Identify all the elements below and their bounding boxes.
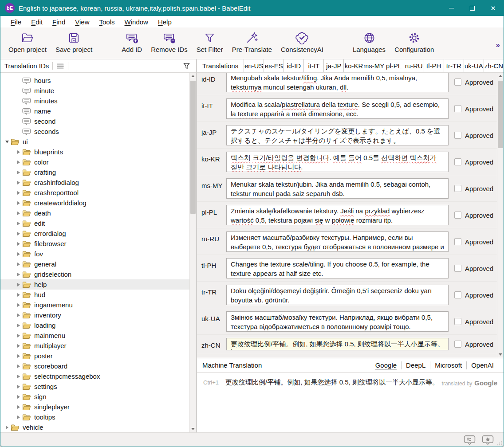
- approved-checkbox[interactable]: [454, 158, 461, 165]
- chevron-right-icon[interactable]: [15, 314, 22, 317]
- chevron-right-icon[interactable]: [15, 395, 22, 399]
- tree-item-crafting[interactable]: crafting: [0, 167, 196, 177]
- chevron-right-icon[interactable]: [15, 201, 22, 205]
- tree-item-seconds[interactable]: seconds: [0, 126, 196, 137]
- provider-google[interactable]: Google: [371, 361, 401, 369]
- set-filter-button[interactable]: Set Filter: [192, 27, 228, 53]
- tree-item-loading[interactable]: loading: [0, 320, 196, 330]
- minimize-button[interactable]: [441, 0, 462, 16]
- tree-filter-button[interactable]: [182, 62, 191, 70]
- maximize-button[interactable]: [462, 0, 483, 16]
- chevron-right-icon[interactable]: [15, 303, 22, 307]
- translation-textbox[interactable]: 텍스처 크기/타일링을 변경합니다. 예를 들어 0.5를 선택하면 텍스처가 …: [226, 152, 449, 172]
- tree-item-hours[interactable]: hours: [0, 75, 196, 86]
- chevron-right-icon[interactable]: [3, 426, 11, 429]
- tab-it-IT[interactable]: it-IT: [303, 59, 323, 72]
- chevron-right-icon[interactable]: [15, 161, 22, 164]
- tree-item-vehicle[interactable]: vehicle: [0, 422, 196, 432]
- translation-textbox[interactable]: Zmienia skalę/kafelkowanie tekstury. Jeś…: [226, 205, 449, 225]
- translation-textbox[interactable]: Modifica la scala/piastrellatura della t…: [226, 98, 449, 119]
- tree-item-sign[interactable]: sign: [0, 392, 196, 402]
- menu-edit[interactable]: Edit: [26, 17, 47, 27]
- tree-item-poster[interactable]: poster: [0, 351, 196, 361]
- chevron-right-icon[interactable]: [15, 416, 22, 419]
- scroll-down-arrow-icon[interactable]: [190, 426, 196, 432]
- tree-item-minutes[interactable]: minutes: [0, 96, 196, 106]
- open-project-button[interactable]: Open project: [4, 27, 51, 53]
- chevron-right-icon[interactable]: [15, 242, 22, 246]
- close-button[interactable]: ✕: [483, 0, 504, 16]
- consistency-ai-button[interactable]: ConsistencyAI: [276, 27, 328, 53]
- tab-id-ID[interactable]: id-ID: [284, 59, 303, 72]
- chevron-right-icon[interactable]: [15, 263, 22, 266]
- translations-scrollbar-thumb[interactable]: [498, 81, 503, 148]
- chevron-right-icon[interactable]: [15, 293, 22, 297]
- tab-tr-TR[interactable]: tr-TR: [444, 59, 464, 72]
- tree-item-hud[interactable]: hud: [0, 290, 196, 300]
- translations-scrollbar[interactable]: [497, 73, 504, 358]
- tree-item-general[interactable]: general: [0, 259, 196, 269]
- tree-item-selectnpcmessagebox[interactable]: selectnpcmessagebox: [0, 371, 196, 381]
- chevron-right-icon[interactable]: [15, 385, 22, 388]
- configuration-button[interactable]: Configuration: [390, 27, 438, 53]
- tab-uk-UA[interactable]: uk-UA: [464, 59, 484, 72]
- tree-item-minute[interactable]: minute: [0, 86, 196, 96]
- menu-tools[interactable]: Tools: [94, 17, 120, 27]
- tree-item-settings[interactable]: settings: [0, 381, 196, 392]
- chevron-right-icon[interactable]: [15, 354, 22, 358]
- tree-item-crashinfodialog[interactable]: crashinfodialog: [0, 177, 196, 188]
- tree-item-gridselection[interactable]: gridselection: [0, 269, 196, 279]
- approved-checkbox[interactable]: [454, 185, 461, 192]
- tree-item-second[interactable]: second: [0, 116, 196, 126]
- tab-ms-MY[interactable]: ms-MY: [364, 59, 384, 72]
- chevron-right-icon[interactable]: [15, 273, 22, 276]
- chevron-right-icon[interactable]: [15, 191, 22, 195]
- pre-translate-button[interactable]: Pre-Translate: [228, 27, 276, 53]
- chevron-right-icon[interactable]: [15, 171, 22, 174]
- scroll-up-arrow-icon[interactable]: [190, 73, 196, 79]
- tree-item-createworlddialog[interactable]: createworlddialog: [0, 198, 196, 208]
- save-project-button[interactable]: Save project: [51, 27, 97, 53]
- translation-textbox[interactable]: Menukar skala tekstur/jubin. Jika anda m…: [226, 178, 449, 199]
- add-id-button[interactable]: Add ID: [117, 27, 146, 53]
- approved-checkbox[interactable]: [454, 265, 461, 272]
- menu-find[interactable]: Find: [47, 17, 70, 27]
- scroll-up-arrow-icon[interactable]: [497, 73, 504, 79]
- translation-textbox[interactable]: Изменяет масштаб/разбивку текстуры. Напр…: [226, 231, 449, 252]
- tree-item-inventory[interactable]: inventory: [0, 310, 196, 320]
- tab-es-ES[interactable]: es-ES: [264, 59, 284, 72]
- chevron-right-icon[interactable]: [15, 283, 22, 286]
- chevron-right-icon[interactable]: [15, 375, 22, 378]
- tree-item-blueprints[interactable]: blueprints: [0, 147, 196, 157]
- chevron-right-icon[interactable]: [15, 365, 22, 368]
- tab-ja-JP[interactable]: ja-JP: [323, 59, 343, 72]
- translation-textbox[interactable]: Changes the texture scale/tiling. If you…: [226, 258, 449, 278]
- chevron-right-icon[interactable]: [15, 222, 22, 225]
- provider-microsoft[interactable]: Microsoft: [430, 361, 466, 369]
- translation-textbox[interactable]: Doku ölçeğini/döşemeyi değiştirir. Örneğ…: [226, 285, 449, 305]
- tree-item-singleplayer[interactable]: singleplayer: [0, 402, 196, 412]
- chevron-right-icon[interactable]: [15, 324, 22, 327]
- tree-item-ui[interactable]: ui: [0, 137, 196, 147]
- tab-pl-PL[interactable]: pl-PL: [384, 59, 404, 72]
- tree-item-death[interactable]: death: [0, 208, 196, 218]
- chevron-down-icon[interactable]: [3, 141, 11, 143]
- tree-item-help[interactable]: help: [0, 279, 196, 290]
- translation-textbox[interactable]: テクスチャのスケール/タイリングを変更します。たとえば、0.5 を選択すると、テ…: [226, 125, 449, 145]
- tree-item-scoreboard[interactable]: scoreboard: [0, 361, 196, 371]
- chevron-right-icon[interactable]: [15, 405, 22, 409]
- approved-checkbox[interactable]: [454, 318, 461, 325]
- tab-zh-CN[interactable]: zh-CN: [484, 59, 504, 72]
- tab-ru-RU[interactable]: ru-RU: [404, 59, 424, 72]
- menu-view[interactable]: View: [70, 17, 94, 27]
- rate-app-button[interactable]: [482, 435, 494, 445]
- menu-help[interactable]: Help: [153, 17, 177, 27]
- translation-textbox[interactable]: Mengubah skala tekstur/tiling. Jika Anda…: [226, 73, 449, 92]
- tree-item-errordialog[interactable]: errordialog: [0, 228, 196, 239]
- chevron-right-icon[interactable]: [15, 232, 22, 235]
- tab-tl-PH[interactable]: tl-PH: [424, 59, 444, 72]
- tree-item-tooltips[interactable]: tooltips: [0, 412, 196, 422]
- approved-checkbox[interactable]: [454, 105, 461, 112]
- tree-scrollbar[interactable]: [189, 73, 196, 432]
- tree-item-edit[interactable]: edit: [0, 218, 196, 228]
